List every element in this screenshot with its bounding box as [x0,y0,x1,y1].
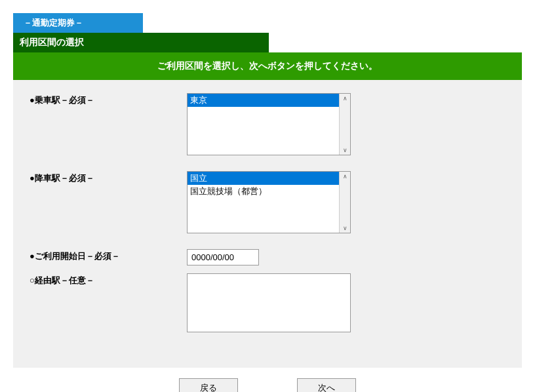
listbox-boarding-station[interactable]: 東京 ∧ ∨ [187,93,351,155]
scroll-up-icon[interactable]: ∧ [343,95,347,102]
label-alighting-station: ●降車駅－必須－ [30,171,187,184]
listbox-alighting-options: 国立 国立競技場（都営） [188,172,350,198]
listbox-alighting-station[interactable]: 国立 国立競技場（都営） ∧ ∨ [187,171,351,233]
scrollbar[interactable]: ∧ ∨ [339,172,350,233]
list-item[interactable]: 国立 [188,172,350,185]
list-item[interactable]: 国立競技場（都営） [188,185,350,198]
page-container: －通勤定期券－ 利用区間の選択 ご利用区間を選択し、次へボタンを押してください。… [0,0,535,392]
section-subheader: 利用区間の選択 [13,33,269,52]
label-boarding-station: ●乗車駅－必須－ [30,93,187,106]
tab-commuter-pass[interactable]: －通勤定期券－ [13,13,143,33]
instruction-bar: ご利用区間を選択し、次へボタンを押してください。 [13,52,522,80]
input-start-date[interactable] [187,249,259,265]
subheader-row: 利用区間の選択 [13,33,522,52]
tab-header-row: －通勤定期券－ [13,13,522,33]
scroll-down-icon[interactable]: ∨ [343,147,347,153]
list-item[interactable]: 東京 [188,94,350,107]
scroll-down-icon[interactable]: ∨ [343,225,347,231]
form-area: ●乗車駅－必須－ 東京 ∧ ∨ ●降車駅－必須－ 国立 国立競技場（都営） ∧ [13,80,522,368]
textarea-via-station[interactable] [187,273,351,332]
scrollbar[interactable]: ∧ ∨ [339,94,350,155]
label-start-date: ●ご利用開始日－必須－ [30,249,187,262]
row-alighting-station: ●降車駅－必須－ 国立 国立競技場（都営） ∧ ∨ [30,171,505,233]
row-start-date: ●ご利用開始日－必須－ [30,249,505,265]
listbox-boarding-options: 東京 [188,94,350,107]
back-button[interactable]: 戻る [179,378,238,392]
row-boarding-station: ●乗車駅－必須－ 東京 ∧ ∨ [30,93,505,155]
scroll-up-icon[interactable]: ∧ [343,173,347,180]
next-button[interactable]: 次へ [297,378,356,392]
row-via-station: ○経由駅－任意－ [30,273,505,332]
label-via-station: ○経由駅－任意－ [30,273,187,286]
button-row: 戻る 次へ [13,368,522,392]
